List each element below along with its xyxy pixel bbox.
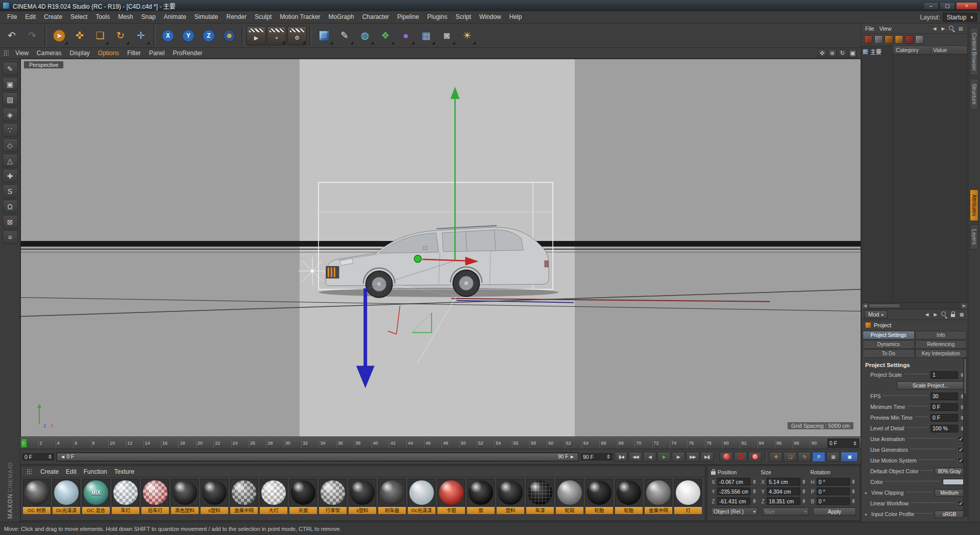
tab-key-interpolation[interactable]: Key Interpolation <box>915 349 967 358</box>
end-frame-field[interactable]: 90 F <box>581 453 612 460</box>
coordinate-system-button[interactable]: ⊕ <box>219 26 239 45</box>
modeling-settings-button[interactable]: ≡ <box>3 230 18 244</box>
material-item[interactable]: 灯 <box>674 479 702 514</box>
menu-item-character[interactable]: Character <box>358 11 394 23</box>
material-item[interactable]: 行李架 <box>319 479 347 514</box>
timeline-frame-20[interactable]: 20 <box>196 437 213 449</box>
coord-field-position-z[interactable]: -61.431 cm <box>717 497 750 505</box>
viewport-menu-filter[interactable]: Filter <box>123 50 145 57</box>
timeline-frame-68[interactable]: 68 <box>617 437 634 449</box>
dropdown-view-clipping[interactable]: Medium <box>935 489 964 497</box>
add-light-button[interactable]: ☀ <box>457 26 477 45</box>
timeline-frame-84[interactable]: 84 <box>757 437 775 449</box>
coord-field-size-x[interactable]: 5.14 cm <box>767 478 800 485</box>
timeline-frame-10[interactable]: 10 <box>108 437 126 449</box>
stepper-icon[interactable] <box>851 489 856 494</box>
material-item[interactable]: 金属中网 <box>645 479 673 514</box>
view-menu[interactable]: View <box>879 26 892 32</box>
menu-item-animate[interactable]: Animate <box>160 11 190 23</box>
search-icon[interactable] <box>941 311 948 318</box>
viewport-maximize-icon[interactable]: ▣ <box>848 49 857 58</box>
minimize-button[interactable]: – <box>923 2 939 10</box>
viewport-menu-options[interactable]: Options <box>94 50 123 57</box>
timeline-frame-38[interactable]: 38 <box>354 437 371 449</box>
record-position-toggle[interactable]: ✜ <box>769 452 782 462</box>
timeline-frame-76[interactable]: 76 <box>687 437 704 449</box>
previous-key-button[interactable]: ◀◀ <box>629 452 642 462</box>
coord-field-position-y[interactable]: -235.556 cm <box>717 488 750 495</box>
side-tab-structure[interactable]: Structure <box>970 79 978 110</box>
timeline-frame-12[interactable]: 12 <box>126 437 143 449</box>
panel-handle-icon[interactable] <box>4 50 9 56</box>
dock-forward-icon[interactable]: ▶ <box>940 25 947 32</box>
render-to-picture-viewer-button[interactable]: + <box>267 26 286 45</box>
timeline-frame-46[interactable]: 46 <box>424 437 442 449</box>
tab-project-settings[interactable]: Project Settings <box>863 331 915 339</box>
column-header-category[interactable]: Category <box>893 46 930 54</box>
expander-icon[interactable]: ▸ <box>865 491 870 495</box>
mode-dropdown[interactable]: Mod▸ <box>864 310 888 319</box>
timeline-frame-26[interactable]: 26 <box>249 437 266 449</box>
viewport-menu-cameras[interactable]: Cameras <box>33 50 66 57</box>
timeline-frame-90[interactable]: 90 <box>810 437 827 449</box>
material-item[interactable]: 轮胎 <box>585 479 614 514</box>
camera-label[interactable]: Perspective <box>24 61 63 68</box>
viewport-menu-prorender[interactable]: ProRender <box>169 50 207 57</box>
tab-info[interactable]: Info <box>915 331 967 339</box>
file-menu[interactable]: File <box>865 26 874 32</box>
timeline-frame-40[interactable]: 40 <box>372 437 389 449</box>
go-to-end-button[interactable]: ▶▮ <box>700 452 714 462</box>
settings-icon[interactable] <box>915 35 924 44</box>
timeline-frame-0[interactable]: 0 <box>20 437 38 449</box>
add-camera-button[interactable]: ◙ <box>437 26 456 45</box>
panel-handle-icon[interactable] <box>27 469 32 475</box>
timeline-ruler[interactable]: 0246810121416182022242628303234363840424… <box>20 437 861 449</box>
timeline-frame-60[interactable]: 60 <box>547 437 564 449</box>
current-frame-field[interactable]: 0 F <box>22 453 54 460</box>
menu-item-mesh[interactable]: Mesh <box>114 11 137 23</box>
stepper-icon[interactable] <box>606 454 610 459</box>
timeline-frame-72[interactable]: 72 <box>652 437 670 449</box>
timeline-frame-44[interactable]: 44 <box>406 437 424 449</box>
menu-item-edit[interactable]: Edit <box>21 11 40 23</box>
render-view-button[interactable]: ▶ <box>247 26 266 45</box>
panel-search-icon[interactable] <box>948 25 955 32</box>
timeline-frame-18[interactable]: 18 <box>178 437 195 449</box>
points-mode-button[interactable]: ∵ <box>3 123 18 137</box>
dropdown-default-object-color[interactable]: 80% Gray <box>935 468 964 475</box>
timeline-frame-70[interactable]: 70 <box>634 437 652 449</box>
timeline-frame-34[interactable]: 34 <box>318 437 336 449</box>
timeline-frame-30[interactable]: 30 <box>284 437 301 449</box>
layout-grid-icon[interactable]: ▦ <box>958 311 965 318</box>
material-item[interactable]: 刹车盘 <box>378 479 406 514</box>
field-fps[interactable]: 30 <box>930 393 958 400</box>
menu-item-tools[interactable]: Tools <box>91 11 114 23</box>
material-item[interactable]: 大灯 <box>260 479 288 514</box>
viewport-canvas[interactable] <box>21 59 861 436</box>
history-forward-icon[interactable]: ▶ <box>932 311 939 318</box>
lock-x-axis-button[interactable]: X <box>158 26 178 45</box>
panel-menu-icon[interactable]: ▤ <box>957 25 964 32</box>
menu-item-window[interactable]: Window <box>475 11 505 23</box>
scroll-left-icon[interactable]: ◀ <box>862 303 868 309</box>
material-item[interactable]: 塑料 <box>497 479 525 514</box>
menu-item-pipeline[interactable]: Pipeline <box>393 11 423 23</box>
render-settings-button[interactable]: ⚙ <box>287 26 307 45</box>
timeline-frame-42[interactable]: 42 <box>389 437 406 449</box>
coord-field-size-y[interactable]: 4.304 cm <box>767 488 800 495</box>
timeline-frame-86[interactable]: 86 <box>775 437 792 449</box>
coord-field-rotation-b[interactable]: 0 ° <box>817 497 850 505</box>
material-item[interactable]: 轮胎 <box>615 479 643 514</box>
material-item[interactable]: 卡钳 <box>437 479 465 514</box>
object-manager[interactable]: 主要 CategoryValue <box>862 46 968 303</box>
material-menu-edit[interactable]: Edit <box>66 468 77 475</box>
timeline-frame-66[interactable]: 66 <box>599 437 617 449</box>
presets-icon[interactable] <box>905 35 914 44</box>
menu-item-file[interactable]: File <box>3 11 21 23</box>
next-key-button[interactable]: ▶▶ <box>686 452 699 462</box>
stepper-icon[interactable] <box>752 479 756 484</box>
material-menu-function[interactable]: Function <box>84 468 107 475</box>
add-deformer-button[interactable]: ● <box>396 26 415 45</box>
stepper-icon[interactable] <box>851 479 856 484</box>
field-level-of-detail[interactable]: 100 % <box>930 425 958 432</box>
